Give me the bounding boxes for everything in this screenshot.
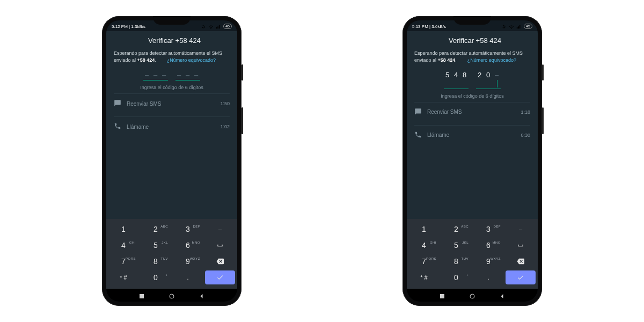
nav-back-button[interactable] [499,292,506,298]
status-bar: 5:13 PM | 3.6kB/s 45 [407,20,538,31]
key-1[interactable]: 1 [108,222,138,236]
phone-mockup: 5:13 PM | 3.6kB/s 45 Verificar +58 424 E… [402,16,542,306]
key-8[interactable]: 8TUV [141,254,171,268]
code-digit[interactable]: 0 [486,71,491,87]
wrong-number-link[interactable]: ¿Número equivocado? [167,57,216,63]
key-3[interactable]: 3DEF [473,222,503,236]
key-5[interactable]: 5JKL [441,238,471,252]
nav-home-button[interactable] [169,292,175,298]
key-5[interactable]: 5JKL [141,238,171,252]
key-2[interactable]: 2ABC [141,222,171,236]
code-digit[interactable]: 5 [445,71,450,87]
call-me-row: Llámame 0:30 [414,125,530,145]
wifi-icon [208,24,214,28]
key-0[interactable]: 0+ [441,270,471,284]
key-7[interactable]: 7PQRS [409,254,439,268]
svg-point-0 [170,294,174,298]
key-9[interactable]: 9WXYZ [173,254,203,268]
page-title: Verificar +58 424 [148,36,201,45]
key-xxx[interactable]: * # [108,270,138,284]
status-time: 5:13 PM | 3.6kB/s [412,24,446,29]
code-input[interactable]: 54820– [414,71,530,89]
wifi-icon [509,24,514,28]
more-options-button[interactable] [228,38,230,43]
wrong-number-link[interactable]: ¿Número equivocado? [467,57,516,63]
nav-recent-button[interactable] [138,292,145,298]
resend-sms-timer: 1:50 [220,101,230,106]
key-2[interactable]: 2ABC [441,222,471,236]
code-hint: Ingresa el código de 6 dígitos [414,93,530,99]
call-me-label: Llámame [127,124,149,130]
call-me-timer: 0:30 [521,133,530,138]
key-9[interactable]: 9WXYZ [473,254,503,268]
nav-back-button[interactable] [199,292,205,298]
page-title: Verificar +58 424 [449,36,501,45]
key-8[interactable]: 8TUV [441,254,471,268]
code-hint: Ingresa el código de 6 dígitos [114,85,230,90]
phone-mockup: 5:12 PM | 1.3kB/s 45 Verificar +58 424 E… [102,16,241,306]
android-navbar [106,289,237,302]
key-0[interactable]: 0+ [141,270,171,284]
key-xxx[interactable]: * # [409,270,439,284]
nav-home-button[interactable] [469,292,475,298]
key-x[interactable]: . [173,270,203,284]
code-group: ––– [143,71,168,80]
code-digit[interactable]: – [162,71,167,79]
code-digit[interactable]: – [153,71,158,79]
android-navbar [407,289,538,302]
key-6[interactable]: 6MNO [473,238,503,252]
numeric-keyboard: 12ABC3DEF–4GHI5JKL6MNO7PQRS8TUV9WXYZ* #0… [106,219,237,289]
key-3[interactable]: 3DEF [173,222,203,236]
more-options-button[interactable] [528,38,530,43]
phone-icon [414,131,422,140]
battery-indicator: 45 [524,24,532,29]
rotate-icon [201,24,206,28]
call-me-label: Llámame [427,132,449,138]
key-backspace[interactable] [506,254,536,268]
resend-sms-row: Reenviar SMS 1:50 [114,93,230,113]
resend-sms-label: Reenviar SMS [127,101,161,107]
code-input[interactable]: –––––– [114,71,230,80]
signal-icon [216,24,221,28]
code-digit[interactable]: – [494,71,500,87]
code-digit[interactable]: – [194,71,199,79]
code-digit[interactable]: 8 [462,71,467,87]
key-space[interactable] [205,238,235,252]
call-me-row: Llámame 1:02 [114,116,230,136]
signal-icon [516,24,522,28]
status-bar: 5:12 PM | 1.3kB/s 45 [106,20,237,31]
waiting-text: Esperando para detectar automáticamente … [414,50,530,63]
resend-sms-timer: 1:18 [521,109,530,115]
code-digit[interactable]: 4 [453,71,459,87]
key-4[interactable]: 4GHI [108,238,138,252]
code-group: 548 [444,71,469,89]
code-digit[interactable]: – [177,71,182,79]
key-enter[interactable] [205,270,235,284]
nav-recent-button[interactable] [439,292,445,298]
key-6[interactable]: 6MNO [173,238,203,252]
resend-sms-row: Reenviar SMS 1:18 [414,102,530,122]
call-me-timer: 1:02 [220,124,230,129]
key-backspace[interactable] [205,254,235,268]
resend-sms-label: Reenviar SMS [427,109,462,115]
key-7[interactable]: 7PQRS [108,254,138,268]
code-digit[interactable]: – [185,71,191,79]
code-digit[interactable]: – [144,71,150,79]
code-digit[interactable]: 2 [477,71,482,87]
svg-point-1 [470,294,474,298]
sms-icon [114,99,121,108]
code-group: 20– [476,71,501,89]
code-group: ––– [175,71,200,80]
key-x[interactable]: . [473,270,503,284]
sms-icon [414,108,422,116]
key-space[interactable] [506,238,536,252]
rotate-icon [501,24,507,28]
key-enter[interactable] [506,270,536,284]
phone-icon [114,122,121,131]
key-x[interactable]: – [506,222,536,236]
key-x[interactable]: – [205,222,235,236]
status-time: 5:12 PM | 1.3kB/s [112,24,145,29]
key-1[interactable]: 1 [409,222,439,236]
waiting-text: Esperando para detectar automáticamente … [114,50,230,63]
key-4[interactable]: 4GHI [409,238,439,252]
